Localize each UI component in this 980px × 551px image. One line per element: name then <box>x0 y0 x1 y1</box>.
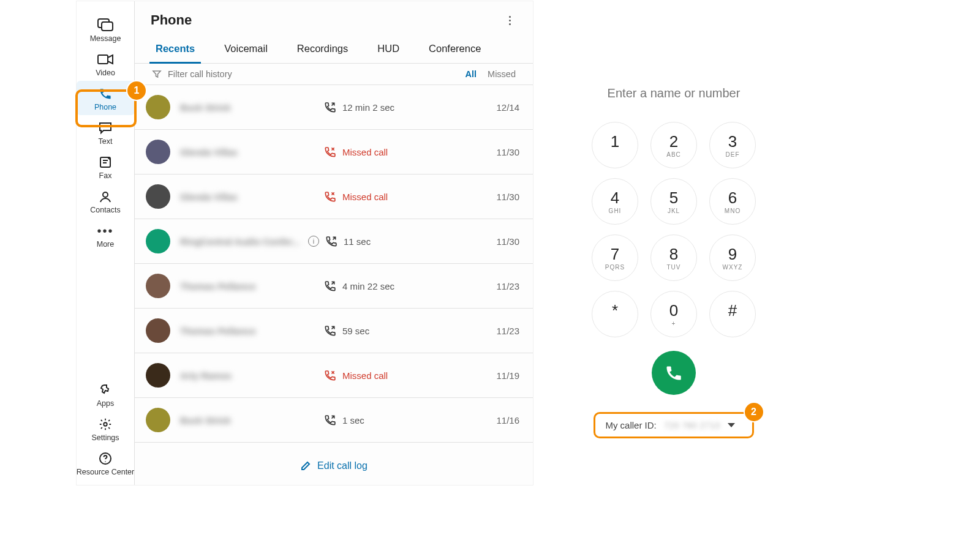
svg-rect-1 <box>102 22 113 31</box>
call-status-text: Missed call <box>342 192 388 202</box>
sidebar-item-message[interactable]: Message <box>77 12 135 47</box>
sidebar-item-settings[interactable]: Settings <box>77 411 135 446</box>
call-status: Missed call <box>324 369 483 381</box>
more-icon: ••• <box>97 223 113 239</box>
contacts-icon <box>99 189 112 204</box>
keypad-key-4[interactable]: 4GHI <box>592 178 638 225</box>
filter-icon[interactable] <box>152 69 162 79</box>
missed-call-icon <box>324 190 336 203</box>
fax-icon <box>99 154 112 170</box>
caller-id-label: My caller ID: <box>605 420 656 430</box>
call-status-text: 4 min 22 sec <box>342 281 394 291</box>
sidebar-item-contacts[interactable]: Contacts <box>77 184 135 218</box>
keypad-key-9[interactable]: 9WXYZ <box>709 234 756 281</box>
apps-icon <box>99 382 112 398</box>
call-name: Glenda Villas <box>180 147 324 157</box>
call-row[interactable]: Arty RamosMissed call11/19 <box>135 353 533 398</box>
keypad-digit: 9 <box>728 245 737 264</box>
call-row[interactable]: Glenda VillasMissed call11/30 <box>135 130 533 174</box>
missed-call-icon <box>324 146 336 158</box>
avatar <box>146 229 170 253</box>
step-badge-2: 2 <box>745 403 763 421</box>
call-name: Arty Ramos <box>180 370 324 381</box>
keypad-digit: 2 <box>669 132 678 151</box>
call-date: 11/19 <box>483 370 519 381</box>
keypad-key-0[interactable]: 0+ <box>650 291 697 337</box>
call-status: 59 sec <box>324 324 483 337</box>
call-row[interactable]: Glenda VillasMissed call11/30 <box>135 174 533 219</box>
dial-input[interactable] <box>594 86 753 101</box>
call-row[interactable]: Thomas Pellanco4 min 22 sec11/23 <box>135 264 533 309</box>
dialer-panel: 12ABC3DEF4GHI5JKL6MNO7PQRS8TUV9WXYZ*0+# … <box>588 86 760 438</box>
tab-conference[interactable]: Conference <box>426 38 483 63</box>
avatar <box>146 408 170 432</box>
keypad-key-2[interactable]: 2ABC <box>650 122 697 168</box>
call-row[interactable]: Buck Strick12 min 2 sec12/14 <box>135 85 533 130</box>
keypad-letters: DEF <box>726 151 740 159</box>
step-badge-1: 1 <box>127 81 146 100</box>
text-icon <box>98 120 113 136</box>
filter-missed[interactable]: Missed <box>488 69 516 79</box>
call-name: RingCentral Audio Confer... <box>180 236 324 247</box>
call-row[interactable]: RingCentral Audio Confer...i11 sec11/30 <box>135 219 533 264</box>
keypad-key-#[interactable]: # <box>709 291 756 337</box>
sidebar-item-video[interactable]: Video <box>77 47 135 81</box>
call-date: 11/16 <box>483 415 519 425</box>
keypad: 12ABC3DEF4GHI5JKL6MNO7PQRS8TUV9WXYZ*0+# <box>592 122 756 337</box>
avatar <box>146 318 170 343</box>
filter-bar: All Missed <box>135 64 533 85</box>
call-status-text: Missed call <box>342 147 388 157</box>
filter-input[interactable] <box>167 69 277 80</box>
message-icon <box>97 17 113 33</box>
call-name: Thomas Pellanco <box>180 326 324 336</box>
call-row[interactable]: Buck Strick1 sec11/16 <box>135 398 533 443</box>
sidebar-item-label: Text <box>99 137 113 146</box>
sidebar-item-resource-center[interactable]: Resource Center <box>77 446 135 485</box>
edit-call-log-label: Edit call log <box>317 460 368 471</box>
keypad-digit: 0 <box>669 301 678 320</box>
avatar <box>146 274 170 298</box>
sidebar-item-label: Video <box>96 69 115 77</box>
avatar <box>146 363 170 388</box>
call-button[interactable] <box>652 351 696 395</box>
tab-hud[interactable]: HUD <box>375 38 402 63</box>
caller-id-dropdown[interactable]: My caller ID: 720 780 2710 2 <box>594 412 753 438</box>
keypad-digit: 8 <box>669 245 678 264</box>
sidebar-item-label: Settings <box>91 433 119 442</box>
keypad-key-*[interactable]: * <box>592 291 638 337</box>
sidebar: Message Video Phone <box>77 1 135 485</box>
pencil-icon <box>300 460 311 471</box>
keypad-key-7[interactable]: 7PQRS <box>592 234 638 281</box>
call-row[interactable]: Thomas Pellanco59 sec11/23 <box>135 309 533 353</box>
phone-icon <box>665 364 683 382</box>
call-date: 12/14 <box>483 102 519 113</box>
keypad-letters: MNO <box>725 208 741 215</box>
outgoing-call-icon <box>324 280 336 292</box>
sidebar-item-apps[interactable]: Apps <box>77 377 135 411</box>
sidebar-item-label: Contacts <box>90 206 120 214</box>
sidebar-item-fax[interactable]: Fax <box>77 149 135 184</box>
edit-call-log-button[interactable]: Edit call log <box>135 447 533 485</box>
tab-recordings[interactable]: Recordings <box>295 38 350 63</box>
keypad-key-1[interactable]: 1 <box>592 122 638 168</box>
keypad-key-3[interactable]: 3DEF <box>709 122 756 168</box>
keypad-letters: PQRS <box>605 264 625 271</box>
keypad-key-6[interactable]: 6MNO <box>709 178 756 225</box>
sidebar-item-phone[interactable]: Phone <box>77 81 135 115</box>
call-status-text: Missed call <box>342 370 388 381</box>
svg-point-7 <box>105 461 106 462</box>
sidebar-item-more[interactable]: ••• More <box>77 218 135 252</box>
keypad-key-8[interactable]: 8TUV <box>650 234 697 281</box>
tab-recents[interactable]: Recents <box>153 38 197 63</box>
keypad-digit: * <box>612 301 618 320</box>
keypad-letters: + <box>672 320 676 328</box>
svg-point-4 <box>103 192 108 197</box>
kebab-menu-button[interactable] <box>502 13 517 28</box>
filter-toggle: All Missed <box>466 69 516 79</box>
sidebar-item-text[interactable]: Text <box>77 115 135 149</box>
tab-voicemail[interactable]: Voicemail <box>222 38 270 63</box>
call-status-text: 11 sec <box>344 236 371 247</box>
outgoing-call-icon <box>324 414 336 426</box>
keypad-key-5[interactable]: 5JKL <box>650 178 697 225</box>
filter-all[interactable]: All <box>466 69 477 79</box>
